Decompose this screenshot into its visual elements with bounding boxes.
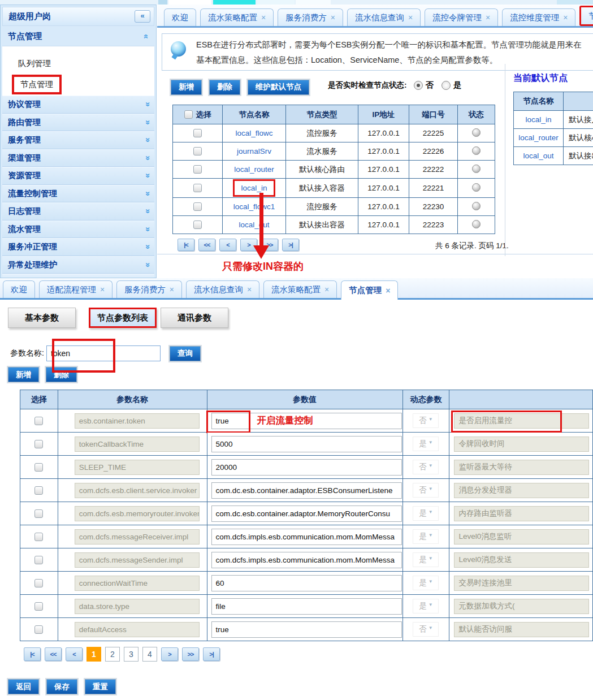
tab[interactable]: 流控令牌管理× xyxy=(425,8,498,26)
param-value-input[interactable]: 60 xyxy=(211,575,402,591)
row-checkbox[interactable] xyxy=(193,221,202,229)
sidebar-group[interactable]: 资源管理« xyxy=(2,167,154,185)
pager-button[interactable]: |< xyxy=(178,239,194,251)
footer-button[interactable]: 返回 xyxy=(8,679,39,694)
radio-option[interactable]: 是 xyxy=(441,80,462,90)
sidebar-collapse-button[interactable]: « xyxy=(135,10,150,23)
tab-close-icon[interactable]: × xyxy=(324,285,329,294)
param-value-input[interactable]: com.dc.esb.container.adaptor.ESBConsumer… xyxy=(211,482,402,499)
node-name-link[interactable]: local_flowc1 xyxy=(233,202,275,211)
radio-icon[interactable] xyxy=(441,81,451,90)
sidebar-group[interactable]: 服务冲正管理« xyxy=(2,238,154,256)
dynamic-select[interactable]: 否▼ xyxy=(413,414,438,427)
node-name-link[interactable]: local_in xyxy=(233,179,276,197)
sidebar-group[interactable]: 服务管理« xyxy=(2,131,154,149)
tab-close-icon[interactable]: × xyxy=(486,13,490,22)
row-checkbox[interactable] xyxy=(34,579,43,587)
dynamic-select[interactable]: 是▼ xyxy=(413,576,438,590)
tab-close-icon[interactable]: × xyxy=(408,13,413,22)
sidebar-group-node-management[interactable]: 节点管理 « xyxy=(2,27,154,46)
tab[interactable]: 服务消费方× xyxy=(116,280,182,298)
sidebar-group[interactable]: 安全认证管理« xyxy=(2,274,154,278)
row-checkbox[interactable] xyxy=(193,165,202,174)
radio-option[interactable]: 否 xyxy=(414,80,434,90)
param-value-input[interactable]: com.dcfs.impls.esb.communication.mom.Mom… xyxy=(211,552,402,568)
tab[interactable]: 适配流程管理× xyxy=(39,280,112,298)
row-checkbox[interactable] xyxy=(193,184,202,192)
footer-button[interactable]: 重置 xyxy=(85,679,116,694)
sidebar-group[interactable]: 渠道管理« xyxy=(2,149,154,167)
delete-node-button[interactable]: 删除 xyxy=(209,80,240,95)
pager-button[interactable]: < xyxy=(219,239,236,251)
sidebar-group[interactable]: 异常处理维护« xyxy=(2,256,154,274)
dynamic-select[interactable]: 是▼ xyxy=(413,437,438,451)
pager-page-button[interactable]: 1 xyxy=(86,647,101,662)
tab[interactable]: 流水信息查询× xyxy=(347,8,421,26)
pager-button[interactable]: >| xyxy=(203,647,220,661)
tab-close-icon[interactable]: × xyxy=(247,285,252,294)
node-name-link[interactable]: local_flowc xyxy=(235,129,272,137)
tab-close-icon[interactable]: × xyxy=(261,13,266,22)
row-checkbox[interactable] xyxy=(34,602,43,611)
tab[interactable]: 流控维度管理× xyxy=(502,8,575,26)
pager-button[interactable]: >| xyxy=(282,239,299,251)
row-checkbox[interactable] xyxy=(34,509,43,518)
row-checkbox[interactable] xyxy=(34,625,43,634)
subtab[interactable]: 基本参数 xyxy=(8,308,76,328)
row-checkbox[interactable] xyxy=(34,417,43,425)
sidebar-group[interactable]: 协议管理« xyxy=(2,96,154,114)
row-checkbox[interactable] xyxy=(34,440,43,448)
add-param-button[interactable]: 新增 xyxy=(8,367,39,382)
row-checkbox[interactable] xyxy=(34,556,43,564)
row-checkbox[interactable] xyxy=(193,202,202,211)
param-name-input[interactable] xyxy=(46,345,161,361)
tab[interactable]: 欢迎 xyxy=(164,8,196,26)
tab-close-icon[interactable]: × xyxy=(563,13,568,22)
pager-button[interactable]: |< xyxy=(24,647,41,661)
sidebar-group[interactable]: 流水管理« xyxy=(2,221,154,239)
dynamic-select[interactable]: 是▼ xyxy=(413,599,438,613)
dynamic-select[interactable]: 是▼ xyxy=(413,507,438,520)
tab-close-icon[interactable]: × xyxy=(331,13,335,22)
tab[interactable]: 流水策略配置× xyxy=(263,280,337,298)
tab[interactable]: 流水信息查询× xyxy=(186,280,259,298)
tab[interactable]: 流水策略配置× xyxy=(200,8,274,26)
dynamic-select[interactable]: 否▼ xyxy=(413,623,438,636)
sidebar-group[interactable]: 路由管理« xyxy=(2,114,154,132)
dynamic-select[interactable]: 是▼ xyxy=(413,553,438,567)
param-value-input[interactable]: 20000 xyxy=(211,459,402,476)
row-checkbox[interactable] xyxy=(193,147,202,155)
node-name-link[interactable]: local_out xyxy=(239,221,269,229)
param-value-input[interactable]: 5000 xyxy=(211,436,402,452)
param-value-input[interactable]: com.dc.esb.container.adaptor.MemoryRoute… xyxy=(211,505,402,522)
tab-close-icon[interactable]: × xyxy=(170,285,174,294)
node-name-link[interactable]: local_router xyxy=(234,165,274,174)
sidebar-group[interactable]: 流量控制管理« xyxy=(2,185,154,203)
pager-button[interactable]: > xyxy=(161,647,178,661)
pager-page-button[interactable]: 3 xyxy=(124,647,138,662)
pager-page-button[interactable]: 4 xyxy=(142,647,157,662)
pager-button[interactable]: >> xyxy=(182,647,199,661)
delete-param-button[interactable]: 删除 xyxy=(46,367,77,382)
tab[interactable]: 欢迎 xyxy=(3,280,35,298)
tab[interactable]: 节点管 xyxy=(579,6,593,26)
param-value-input[interactable]: true xyxy=(211,621,402,638)
param-value-input[interactable]: file xyxy=(211,598,402,615)
dynamic-select[interactable]: 否▼ xyxy=(413,483,438,497)
row-checkbox[interactable] xyxy=(34,486,43,495)
row-checkbox[interactable] xyxy=(34,533,43,541)
sidebar-subitem[interactable]: 节点管理 xyxy=(2,74,154,95)
maintain-default-node-button[interactable]: 维护默认节点 xyxy=(248,80,309,95)
subtab[interactable]: 节点参数列表 xyxy=(89,308,157,328)
tab-close-icon[interactable]: × xyxy=(386,286,390,295)
dynamic-select[interactable]: 否▼ xyxy=(413,460,438,474)
node-name-link[interactable]: local_in xyxy=(526,115,552,124)
row-checkbox[interactable] xyxy=(193,129,202,137)
dynamic-select[interactable]: 是▼ xyxy=(413,530,438,543)
pager-button[interactable]: < xyxy=(66,647,83,661)
param-value-input[interactable]: com.dcfs.impls.esb.communication.mom.Mom… xyxy=(211,529,402,545)
add-node-button[interactable]: 新增 xyxy=(171,80,202,95)
footer-button[interactable]: 保存 xyxy=(46,679,77,694)
sidebar-subitem[interactable]: 队列管理 xyxy=(2,53,154,74)
query-button[interactable]: 查询 xyxy=(170,346,201,361)
